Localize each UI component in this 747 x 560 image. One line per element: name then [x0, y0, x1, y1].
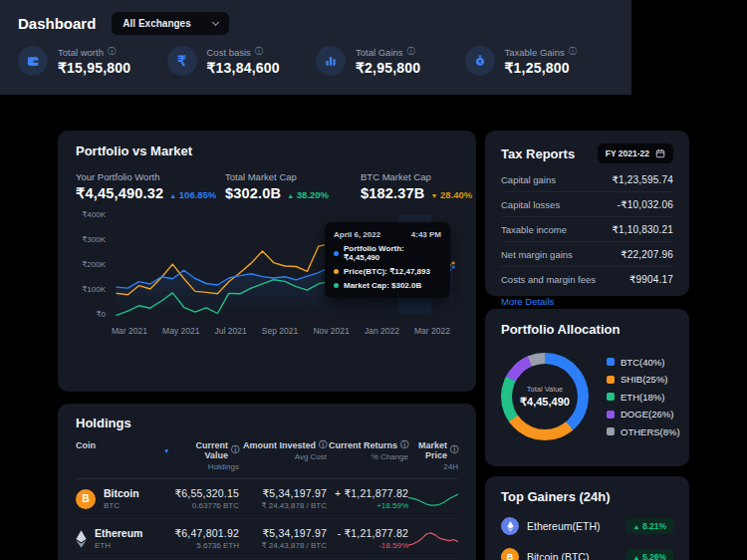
portfolio-metrics-row: Your Portfolio Worth ₹4,45,490.32 ▲ 106.…	[76, 171, 458, 201]
top-gainer-row[interactable]: Ethereum(ETH) ▲ 8.21%	[501, 517, 673, 535]
stat-card: Total worth ⓘ ₹15,95,800	[18, 46, 167, 76]
percent-change: +18.59%	[327, 501, 408, 510]
holdings-row[interactable]: B Bitcoin BTC ₹6,55,320.15 0.63776 BTC ₹…	[76, 479, 458, 519]
holdings-header-cell[interactable]: Coin	[76, 440, 163, 471]
gainer-name: Bitcoin (BTC)	[527, 551, 589, 560]
donut-center: Total Value ₹4,45,490	[512, 364, 578, 429]
y-axis-tick: ₹100K	[76, 285, 106, 294]
more-details-link[interactable]: More Details	[501, 296, 554, 307]
tax-report-row: Capital losses -₹10,032.06	[501, 192, 673, 217]
holdings-header-sub: 24H	[408, 462, 458, 471]
tax-row-value: ₹1,10,830.21	[612, 224, 673, 235]
holdings-header-cell[interactable]: Current Returns ⓘ % Change	[327, 440, 408, 471]
legend-label: SHIB(25%)	[621, 374, 668, 385]
stat-card: Total Gains ⓘ ₹2,95,800	[316, 46, 465, 76]
metric-value: $302.0B	[225, 185, 281, 201]
legend-item[interactable]: SHIB(25%)	[607, 374, 680, 385]
info-icon[interactable]: ⓘ	[231, 446, 239, 454]
tooltip-time: 4:43 PM	[411, 230, 441, 239]
bitcoin-icon: B	[501, 548, 519, 560]
top-panel: Dashboard All Exchanges Total worth ⓘ ₹1…	[0, 0, 631, 95]
page-title: Dashboard	[18, 15, 96, 32]
x-axis-tick: Jan 2022	[365, 326, 399, 336]
legend-label: ETH(18%)	[621, 392, 664, 403]
top-gainer-row[interactable]: B Bitcoin (BTC) ▲ 5.26%	[501, 548, 673, 560]
percent-change: -18.59%	[327, 541, 408, 550]
x-axis-labels: Mar 2021May 2021Jul 2021Sep 2021Nov 2021…	[112, 326, 450, 336]
info-icon[interactable]: ⓘ	[407, 48, 415, 56]
legend-item[interactable]: OTHERS(8%)	[607, 426, 680, 437]
sort-desc-icon[interactable]: ▼	[163, 447, 169, 454]
tax-row-label: Costs and margin fees	[501, 274, 596, 285]
gainer-name: Ethereum(ETH)	[527, 520, 601, 532]
y-axis-tick: ₹0	[76, 310, 106, 319]
avg-cost: ₹ 24,43,878 / BTC	[239, 541, 327, 550]
coin-name: Bitcoin	[104, 487, 139, 499]
portfolio-line-chart[interactable]: ₹0₹100K₹200K₹300K₹400K Mar 2021May 2021J…	[76, 214, 458, 350]
chevron-down-icon	[212, 18, 219, 25]
holdings-table-header: Coin ▼Current Value ⓘ HoldingsAmount Inv…	[76, 440, 458, 479]
info-icon[interactable]: ⓘ	[569, 48, 577, 56]
metric-label: Your Portfolio Worth	[76, 171, 225, 182]
holdings-header-cell[interactable]: ▼Current Value ⓘ Holdings	[163, 440, 239, 471]
x-axis-tick: Sep 2021	[262, 326, 298, 336]
metric-change: ▼ 28.40%	[431, 189, 473, 200]
info-icon[interactable]: ⓘ	[319, 441, 327, 449]
legend-label: DOGE(26%)	[621, 409, 673, 420]
tax-row-label: Capital losses	[501, 199, 560, 210]
bitcoin-icon: B	[76, 489, 96, 509]
series-dot-icon	[334, 283, 339, 288]
current-value: ₹6,55,320.15	[163, 487, 239, 499]
ethereum-icon	[507, 521, 514, 532]
tooltip-row: Portfolio Worth: ₹4,45,490	[334, 244, 441, 262]
holdings-amount: 5.6736 ETH	[163, 541, 239, 550]
x-axis-tick: Nov 2021	[313, 326, 349, 336]
legend-label: BTC(40%)	[621, 357, 664, 368]
tax-row-value: ₹1,23,595.74	[612, 174, 673, 185]
metric-change: ▲ 106.85%	[169, 189, 216, 200]
holdings-amount: 0.63776 BTC	[163, 501, 239, 510]
avg-cost: ₹ 24,43,878 / BTC	[239, 501, 327, 510]
exchange-dropdown[interactable]: All Exchanges	[112, 12, 228, 35]
bar-chart-icon	[324, 54, 338, 68]
current-value: ₹6,47,801.92	[163, 527, 239, 539]
price-sparkline	[408, 530, 458, 548]
tooltip-row: Price(BTC): ₹12,47,893	[334, 267, 441, 276]
stat-value: ₹1,25,800	[505, 60, 577, 76]
info-icon[interactable]: ⓘ	[450, 446, 458, 454]
x-axis-tick: May 2021	[162, 326, 199, 336]
tax-row-value: -₹10,032.06	[618, 199, 673, 210]
tax-row-label: Capital gains	[501, 174, 556, 185]
stat-label: Taxable Gains ⓘ	[505, 47, 577, 58]
legend-swatch	[607, 376, 615, 384]
tax-report-row: Taxable income ₹1,10,830.21	[501, 217, 673, 242]
info-icon[interactable]: ⓘ	[108, 48, 116, 56]
portfolio-metric: Total Market Cap $302.0B ▲ 38.20%	[225, 171, 361, 201]
holdings-header-sub: Avg Cost	[239, 452, 327, 461]
holdings-header-cell[interactable]: Amount Invested ⓘ Avg Cost	[239, 440, 327, 471]
holdings-row[interactable]: Ethereum ETH ₹6,47,801.92 5.6736 ETH ₹5,…	[76, 519, 458, 559]
holdings-header-cell[interactable]: Market Price ⓘ 24H	[408, 440, 458, 471]
portfolio-vs-market-title: Portfolio vs Market	[76, 143, 458, 158]
stat-label: Total worth ⓘ	[58, 47, 130, 58]
tax-row-label: Taxable income	[501, 224, 567, 235]
ethereum-icon	[76, 530, 87, 548]
legend-item[interactable]: DOGE(26%)	[607, 409, 680, 420]
info-icon[interactable]: ⓘ	[255, 48, 263, 56]
stat-icon-circle: ₹	[465, 46, 495, 76]
metric-label: Total Market Cap	[225, 171, 361, 182]
y-axis-tick: ₹200K	[76, 260, 106, 269]
info-icon[interactable]: ⓘ	[400, 441, 408, 449]
coin-name: Ethereum	[95, 527, 142, 539]
legend-item[interactable]: BTC(40%)	[607, 357, 680, 368]
allocation-donut-chart[interactable]: Total Value ₹4,45,490	[501, 353, 589, 440]
money-bag-icon: ₹	[473, 54, 487, 68]
legend-item[interactable]: ETH(18%)	[607, 392, 680, 403]
fiscal-year-selector[interactable]: FY 2021-22	[598, 143, 673, 163]
legend-swatch	[607, 358, 615, 366]
coin-symbol: ETH	[95, 541, 142, 550]
price-sparkline	[408, 490, 458, 508]
legend-label: OTHERS(8%)	[621, 426, 680, 437]
tooltip-row: Market Cap: $302.0B	[334, 281, 441, 290]
metric-value: $182.37B	[361, 185, 425, 201]
